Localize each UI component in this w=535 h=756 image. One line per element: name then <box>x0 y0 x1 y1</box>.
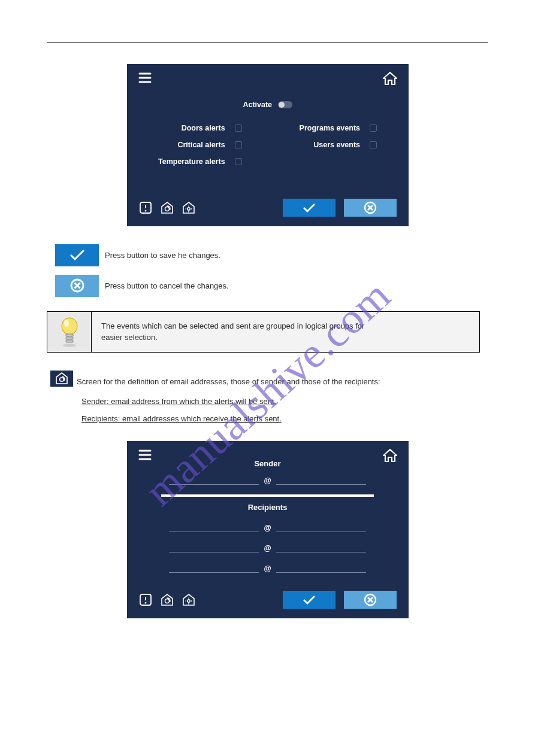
checkbox-row-programs-events: Programs events <box>300 120 377 136</box>
screenshot-panel-emails: Sender @ Recipients @ @ @ <box>127 441 409 618</box>
confirm-button[interactable] <box>283 591 335 609</box>
checkbox-label: Programs events <box>300 124 360 132</box>
cancel-button[interactable] <box>344 199 397 217</box>
at-icon[interactable] <box>161 593 174 606</box>
checkbox-label: Temperature alerts <box>158 157 225 166</box>
callout-text-line1: The events which can be selected and sen… <box>101 320 470 332</box>
checkbox-label: Doors alerts <box>182 124 225 132</box>
sender-divider <box>161 494 374 497</box>
recipient-local-input[interactable] <box>169 562 259 573</box>
checkbox-label: Critical alerts <box>177 141 225 149</box>
recipient-email-row: @ <box>139 521 397 532</box>
svg-point-7 <box>187 208 189 210</box>
sender-domain-input[interactable] <box>276 474 366 485</box>
checkbox-row-users-events: Users events <box>300 136 377 153</box>
callout-text-line2: easier selection. <box>101 332 470 344</box>
at-symbol: @ <box>264 544 271 552</box>
svg-point-30 <box>144 602 146 604</box>
svg-point-6 <box>165 207 169 211</box>
standalone-cancel-button[interactable] <box>55 275 99 297</box>
confirm-description: Press button to save he changes. <box>105 251 220 260</box>
sender-title: Sender <box>139 459 397 468</box>
checkbox[interactable] <box>370 141 377 148</box>
home-icon[interactable] <box>382 448 398 463</box>
checkbox[interactable] <box>370 125 377 132</box>
svg-point-19 <box>64 320 69 327</box>
standalone-confirm-button[interactable] <box>55 244 99 266</box>
svg-point-24 <box>60 378 64 382</box>
recipient-email-row: @ <box>139 562 397 573</box>
svg-rect-22 <box>66 340 73 342</box>
at-icon[interactable] <box>161 201 174 214</box>
sender-definition: Sender: email address from which the ale… <box>81 394 488 408</box>
settings-icon[interactable] <box>182 593 195 606</box>
cancel-description: Press button to cancel the changes. <box>105 281 229 290</box>
checkbox[interactable] <box>235 125 242 132</box>
confirm-button[interactable] <box>283 199 335 217</box>
svg-point-23 <box>63 344 76 347</box>
settings-icon[interactable] <box>182 201 195 214</box>
checkbox-row-critical-alerts: Critical alerts <box>158 136 242 153</box>
activate-toggle[interactable] <box>278 101 292 108</box>
info-callout: The events which can be selected and sen… <box>47 311 480 353</box>
activate-label: Activate <box>243 101 272 109</box>
recipient-domain-input[interactable] <box>276 521 366 532</box>
checkbox[interactable] <box>235 141 242 148</box>
sender-underline: Sender: email address from which the ale… <box>81 397 276 406</box>
svg-point-32 <box>187 600 189 602</box>
sender-local-input[interactable] <box>169 474 259 485</box>
checkbox-row-doors-alerts: Doors alerts <box>158 120 242 136</box>
svg-point-5 <box>144 210 146 211</box>
svg-point-31 <box>165 599 169 603</box>
recipients-definition: Recipients: email addresses which receiv… <box>81 412 488 426</box>
page-top-rule <box>47 42 488 42</box>
section-intro-line: Screen for the definition of email addre… <box>77 377 488 386</box>
at-square-icon[interactable] <box>50 371 73 387</box>
recipients-title: Recipients <box>139 503 397 512</box>
checkbox[interactable] <box>235 158 242 165</box>
svg-rect-21 <box>66 337 73 339</box>
lightbulb-icon <box>47 312 91 352</box>
cancel-button[interactable] <box>344 591 397 609</box>
recipient-domain-input[interactable] <box>276 562 366 573</box>
at-symbol: @ <box>264 476 271 485</box>
recipients-underline: Recipients: email addresses which receiv… <box>81 414 282 423</box>
at-symbol: @ <box>264 524 271 532</box>
hamburger-icon[interactable] <box>138 448 152 462</box>
checkbox-label: Users events <box>313 141 360 149</box>
screenshot-panel-alerts: Activate Doors alerts Critical alerts Te… <box>127 64 409 226</box>
hamburger-icon[interactable] <box>138 71 152 84</box>
at-symbol: @ <box>264 564 271 573</box>
sender-email-input-row: @ <box>139 474 397 485</box>
recipient-local-input[interactable] <box>169 521 259 532</box>
alert-icon[interactable] <box>139 201 152 214</box>
checkbox-row-temperature-alerts: Temperature alerts <box>158 153 242 170</box>
recipient-email-row: @ <box>139 542 397 552</box>
svg-rect-20 <box>66 334 73 336</box>
recipient-domain-input[interactable] <box>276 542 366 552</box>
recipient-local-input[interactable] <box>169 542 259 552</box>
alert-icon[interactable] <box>139 593 152 606</box>
svg-point-18 <box>62 318 77 335</box>
home-icon[interactable] <box>382 71 398 86</box>
